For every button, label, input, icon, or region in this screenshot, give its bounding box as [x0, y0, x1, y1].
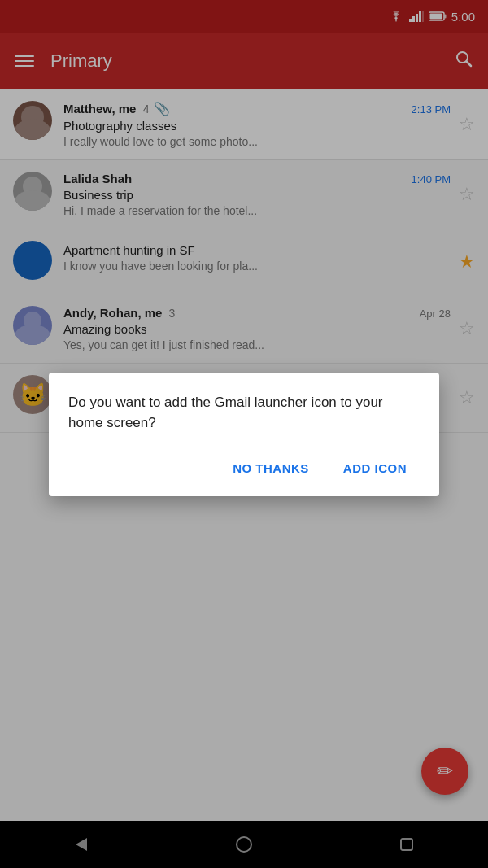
- no-thanks-button[interactable]: NO THANKS: [220, 453, 322, 483]
- dialog-message: Do you want to add the Gmail launcher ic…: [68, 392, 420, 434]
- dialog: Do you want to add the Gmail launcher ic…: [49, 373, 439, 496]
- dialog-buttons: NO THANKS ADD ICON: [68, 453, 420, 483]
- dialog-overlay: Do you want to add the Gmail launcher ic…: [0, 0, 488, 868]
- add-icon-button[interactable]: ADD ICON: [330, 453, 420, 483]
